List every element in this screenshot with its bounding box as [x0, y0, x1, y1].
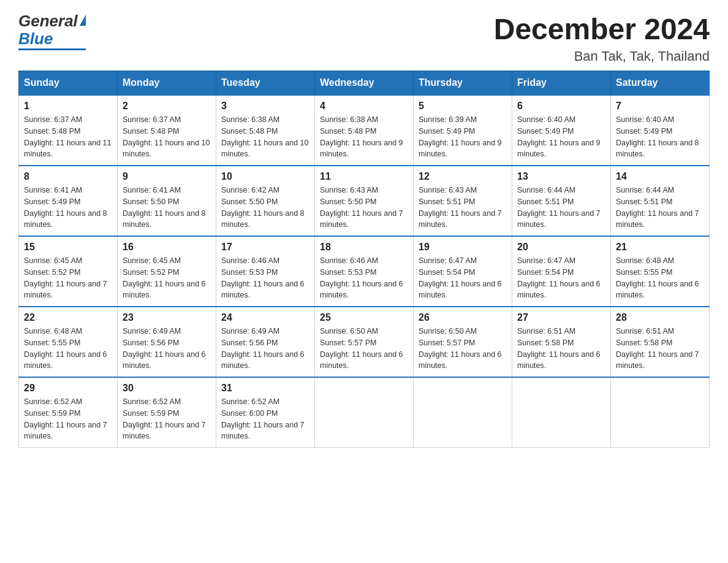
day-number: 11: [320, 171, 408, 182]
day-number: 13: [517, 171, 605, 182]
day-info: Sunrise: 6:41 AMSunset: 5:49 PMDaylight:…: [24, 186, 107, 229]
day-number: 10: [221, 171, 309, 182]
day-number: 4: [320, 101, 408, 112]
day-info: Sunrise: 6:40 AMSunset: 5:49 PMDaylight:…: [616, 115, 699, 158]
calendar-cell: 10 Sunrise: 6:42 AMSunset: 5:50 PMDaylig…: [216, 166, 315, 236]
calendar-table: SundayMondayTuesdayWednesdayThursdayFrid…: [18, 71, 710, 448]
day-info: Sunrise: 6:47 AMSunset: 5:54 PMDaylight:…: [517, 256, 601, 299]
calendar-cell: 27 Sunrise: 6:51 AMSunset: 5:58 PMDaylig…: [512, 307, 611, 377]
day-number: 22: [24, 312, 112, 323]
day-info: Sunrise: 6:38 AMSunset: 5:48 PMDaylight:…: [320, 115, 403, 158]
day-number: 7: [616, 101, 704, 112]
weekday-header-wednesday: Wednesday: [315, 71, 414, 96]
calendar-cell: 15 Sunrise: 6:45 AMSunset: 5:52 PMDaylig…: [19, 236, 118, 307]
calendar-cell: [414, 377, 512, 448]
day-number: 3: [221, 101, 309, 112]
calendar-cell: [611, 377, 710, 448]
calendar-cell: 13 Sunrise: 6:44 AMSunset: 5:51 PMDaylig…: [512, 166, 611, 236]
day-number: 19: [419, 242, 507, 253]
calendar-cell: 29 Sunrise: 6:52 AMSunset: 5:59 PMDaylig…: [19, 377, 118, 448]
calendar-cell: 20 Sunrise: 6:47 AMSunset: 5:54 PMDaylig…: [512, 236, 611, 307]
calendar-cell: [315, 377, 414, 448]
logo: General Blue: [18, 12, 86, 50]
day-info: Sunrise: 6:52 AMSunset: 5:59 PMDaylight:…: [24, 397, 107, 440]
day-number: 6: [517, 101, 605, 112]
weekday-header-sunday: Sunday: [19, 71, 118, 96]
day-info: Sunrise: 6:45 AMSunset: 5:52 PMDaylight:…: [24, 256, 107, 299]
day-info: Sunrise: 6:50 AMSunset: 5:57 PMDaylight:…: [419, 327, 502, 370]
calendar-cell: 12 Sunrise: 6:43 AMSunset: 5:51 PMDaylig…: [414, 166, 512, 236]
day-info: Sunrise: 6:37 AMSunset: 5:48 PMDaylight:…: [24, 115, 111, 158]
day-info: Sunrise: 6:51 AMSunset: 5:58 PMDaylight:…: [517, 327, 601, 370]
day-number: 29: [24, 383, 112, 394]
calendar-cell: 6 Sunrise: 6:40 AMSunset: 5:49 PMDayligh…: [512, 95, 611, 166]
day-number: 31: [221, 383, 309, 394]
calendar-cell: [512, 377, 611, 448]
day-info: Sunrise: 6:40 AMSunset: 5:49 PMDaylight:…: [517, 115, 601, 158]
day-number: 16: [123, 242, 211, 253]
calendar-cell: 26 Sunrise: 6:50 AMSunset: 5:57 PMDaylig…: [414, 307, 512, 377]
day-number: 25: [320, 312, 408, 323]
calendar-cell: 24 Sunrise: 6:49 AMSunset: 5:56 PMDaylig…: [216, 307, 315, 377]
day-info: Sunrise: 6:46 AMSunset: 5:53 PMDaylight:…: [320, 256, 403, 299]
page-header: General Blue December 2024 Ban Tak, Tak,…: [18, 12, 710, 64]
calendar-cell: 21 Sunrise: 6:48 AMSunset: 5:55 PMDaylig…: [611, 236, 710, 307]
day-number: 27: [517, 312, 605, 323]
day-info: Sunrise: 6:52 AMSunset: 6:00 PMDaylight:…: [221, 397, 305, 440]
calendar-cell: 31 Sunrise: 6:52 AMSunset: 6:00 PMDaylig…: [216, 377, 315, 448]
weekday-header-saturday: Saturday: [611, 71, 710, 96]
logo-underline: [18, 48, 86, 50]
month-year-title: December 2024: [494, 12, 710, 46]
day-info: Sunrise: 6:52 AMSunset: 5:59 PMDaylight:…: [123, 397, 206, 440]
day-number: 5: [419, 101, 507, 112]
logo-triangle-icon: [80, 15, 86, 26]
weekday-header-row: SundayMondayTuesdayWednesdayThursdayFrid…: [19, 71, 710, 96]
calendar-cell: 25 Sunrise: 6:50 AMSunset: 5:57 PMDaylig…: [315, 307, 414, 377]
title-block: December 2024 Ban Tak, Tak, Thailand: [494, 12, 710, 64]
day-number: 17: [221, 242, 309, 253]
day-number: 21: [616, 242, 704, 253]
day-info: Sunrise: 6:50 AMSunset: 5:57 PMDaylight:…: [320, 327, 403, 370]
calendar-cell: 3 Sunrise: 6:38 AMSunset: 5:48 PMDayligh…: [216, 95, 315, 166]
day-info: Sunrise: 6:43 AMSunset: 5:51 PMDaylight:…: [419, 186, 502, 229]
day-number: 2: [123, 101, 211, 112]
day-info: Sunrise: 6:38 AMSunset: 5:48 PMDaylight:…: [221, 115, 308, 158]
day-number: 12: [419, 171, 507, 182]
day-info: Sunrise: 6:42 AMSunset: 5:50 PMDaylight:…: [221, 186, 305, 229]
day-number: 23: [123, 312, 211, 323]
weekday-header-friday: Friday: [512, 71, 611, 96]
day-info: Sunrise: 6:46 AMSunset: 5:53 PMDaylight:…: [221, 256, 305, 299]
calendar-cell: 30 Sunrise: 6:52 AMSunset: 5:59 PMDaylig…: [118, 377, 216, 448]
calendar-cell: 22 Sunrise: 6:48 AMSunset: 5:55 PMDaylig…: [19, 307, 118, 377]
calendar-cell: 18 Sunrise: 6:46 AMSunset: 5:53 PMDaylig…: [315, 236, 414, 307]
calendar-cell: 2 Sunrise: 6:37 AMSunset: 5:48 PMDayligh…: [118, 95, 216, 166]
calendar-cell: 23 Sunrise: 6:49 AMSunset: 5:56 PMDaylig…: [118, 307, 216, 377]
day-number: 1: [24, 101, 112, 112]
day-number: 15: [24, 242, 112, 253]
day-number: 24: [221, 312, 309, 323]
day-number: 20: [517, 242, 605, 253]
calendar-week-row: 8 Sunrise: 6:41 AMSunset: 5:49 PMDayligh…: [19, 166, 710, 236]
calendar-cell: 1 Sunrise: 6:37 AMSunset: 5:48 PMDayligh…: [19, 95, 118, 166]
day-number: 18: [320, 242, 408, 253]
calendar-cell: 14 Sunrise: 6:44 AMSunset: 5:51 PMDaylig…: [611, 166, 710, 236]
day-info: Sunrise: 6:37 AMSunset: 5:48 PMDaylight:…: [123, 115, 210, 158]
day-info: Sunrise: 6:49 AMSunset: 5:56 PMDaylight:…: [221, 327, 305, 370]
calendar-week-row: 1 Sunrise: 6:37 AMSunset: 5:48 PMDayligh…: [19, 95, 710, 166]
calendar-cell: 7 Sunrise: 6:40 AMSunset: 5:49 PMDayligh…: [611, 95, 710, 166]
day-info: Sunrise: 6:44 AMSunset: 5:51 PMDaylight:…: [517, 186, 601, 229]
day-number: 9: [123, 171, 211, 182]
logo-blue-text: Blue: [18, 30, 53, 48]
day-info: Sunrise: 6:43 AMSunset: 5:50 PMDaylight:…: [320, 186, 403, 229]
weekday-header-thursday: Thursday: [414, 71, 512, 96]
calendar-week-row: 22 Sunrise: 6:48 AMSunset: 5:55 PMDaylig…: [19, 307, 710, 377]
day-info: Sunrise: 6:48 AMSunset: 5:55 PMDaylight:…: [616, 256, 699, 299]
day-info: Sunrise: 6:41 AMSunset: 5:50 PMDaylight:…: [123, 186, 206, 229]
calendar-cell: 16 Sunrise: 6:45 AMSunset: 5:52 PMDaylig…: [118, 236, 216, 307]
calendar-cell: 5 Sunrise: 6:39 AMSunset: 5:49 PMDayligh…: [414, 95, 512, 166]
day-info: Sunrise: 6:39 AMSunset: 5:49 PMDaylight:…: [419, 115, 502, 158]
day-number: 8: [24, 171, 112, 182]
weekday-header-tuesday: Tuesday: [216, 71, 315, 96]
calendar-week-row: 29 Sunrise: 6:52 AMSunset: 5:59 PMDaylig…: [19, 377, 710, 448]
day-info: Sunrise: 6:45 AMSunset: 5:52 PMDaylight:…: [123, 256, 206, 299]
